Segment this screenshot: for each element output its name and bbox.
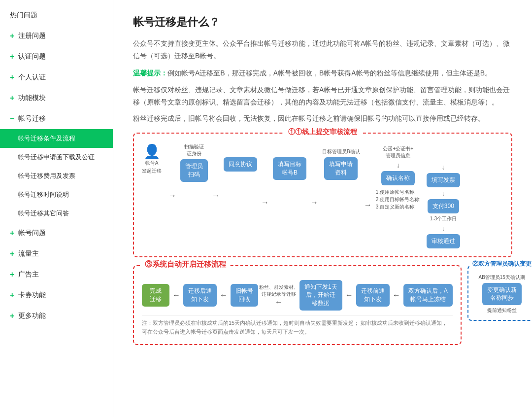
person-icon: 👤 — [143, 143, 161, 160]
plus-icon: + — [10, 52, 14, 61]
sidebar-item-label: 认证问题 — [18, 52, 46, 61]
arrow1: → — [166, 191, 178, 200]
sidebar-item-label: 功能模块 — [18, 94, 46, 103]
arrow2: → — [210, 191, 222, 200]
days-label: 1-3个工作日 — [430, 215, 457, 222]
sidebar-item-function-module[interactable]: + 功能模块 — [0, 88, 113, 108]
docs-label: 公函+公证书+管理员信息 — [383, 145, 413, 159]
arrow-down-4: ↓ — [441, 224, 445, 232]
arrow-down-2: ↓ — [441, 163, 445, 171]
arrow5: → — [362, 182, 374, 209]
arrow-b1: ← — [170, 291, 182, 300]
sidebar-item-advertiser[interactable]: + 广告主 — [0, 264, 113, 285]
sidebar-item-account-issue[interactable]: + 帐号问题 — [0, 223, 113, 243]
arrow-b4: ← — [343, 291, 355, 300]
plus-icon: + — [10, 249, 14, 258]
migrate-notify-issue-box: 迁移后通知下发 — [183, 284, 217, 307]
arrow-down-3: ↓ — [441, 189, 445, 197]
warning-text: 温馨提示：例如帐号A迁移至B，那迁移完成，A帐号被回收，B帐号获得A帐号的粉丝等… — [133, 67, 512, 79]
migrate-notify-down-box: 迁移前通知下发 — [356, 284, 390, 307]
page-title: 帐号迁移是什么？ — [133, 15, 512, 30]
sidebar-item-card[interactable]: + 卡券功能 — [0, 285, 113, 306]
arrow-b3: ← — [273, 298, 285, 307]
sub-item-label: 帐号迁移时间说明 — [18, 191, 69, 198]
sub-item-label: 帐号迁移申请函下载及公证 — [18, 153, 95, 161]
manager-scan-box: 管理员扫码 — [180, 159, 208, 182]
old-account-reclaim-box: 旧帐号回收 — [231, 284, 258, 307]
arrow4: → — [308, 184, 320, 207]
main-content: 帐号迁移是什么？ 公众号不支持直接变更主体。公众平台推出帐号迁移功能，通过此功能… — [113, 0, 532, 417]
sidebar-sub-item-migrate-other[interactable]: 帐号迁移其它问答 — [0, 204, 113, 223]
review-pass-box: 审核通过 — [427, 234, 460, 248]
sidebar-item-hot[interactable]: 热门问题 — [0, 5, 113, 26]
sidebar-sub-item-migrate-time[interactable]: 帐号迁移时间说明 — [0, 185, 113, 204]
sidebar-item-label: 帐号迁移 — [18, 114, 46, 123]
fill-invoice-box: 填写发票 — [427, 173, 460, 187]
fill-info-box: 填写申请资料 — [324, 157, 358, 180]
sidebar-item-traffic[interactable]: + 流量主 — [0, 243, 113, 264]
sub-item-label: 帐号迁移其它问答 — [18, 209, 69, 217]
target-confirm-label: 目标管理员B确认 — [322, 148, 360, 155]
both-confirm-box: 双方确认后，A帐号马上冻结 — [403, 284, 453, 307]
sidebar-sub-item-migrate-conditions[interactable]: 帐号迁移条件及流程 — [0, 129, 113, 148]
note-text: 注：双方管理员必须在审核成功后的15天内确认迁移通知，超时则自动失效需要重新发起… — [142, 315, 453, 336]
sidebar: 热门问题 + 注册问题 + 认证问题 + 个人认证 + 功能模块 − 帐号迁移 … — [0, 0, 113, 417]
complete-box: 完成迁移 — [142, 284, 169, 307]
sidebar-sub-item-migrate-fee[interactable]: 帐号迁移费用及发票 — [0, 167, 113, 185]
agree-box: 同意协议 — [224, 157, 257, 172]
plus-icon: + — [10, 73, 14, 82]
plus-icon: + — [10, 270, 14, 279]
arrow-down-1: ↓ — [397, 161, 400, 169]
arrow-b5: ← — [391, 291, 402, 300]
flow2-title: ②双方管理员确认变更 — [469, 260, 532, 268]
sidebar-sub-item-migrate-form[interactable]: 帐号迁移申请函下载及公证 — [0, 148, 113, 167]
top-flow-section: ①①线上提交审核流程 👤 帐号A 发起迁移 → 扫描验证证身份 管理员扫码 → — [133, 133, 512, 257]
sub-item-label: 帐号迁移条件及流程 — [18, 135, 75, 142]
name-options: 1.使用原帐号名称;2.使用目标帐号名称;3.自定义新的名称; — [376, 188, 421, 210]
confirm-name-box: 确认名称 — [381, 171, 415, 185]
sidebar-item-label: 卡券功能 — [18, 291, 46, 300]
initiate-label: 发起迁移 — [142, 168, 162, 174]
ab-label: AB管理员15天确认期 — [478, 274, 525, 281]
plus-icon: + — [10, 94, 14, 103]
change-confirm-box: 变更确认新名称同步 — [482, 283, 522, 306]
plus-icon: + — [10, 291, 14, 300]
sidebar-item-more[interactable]: + 更多功能 — [0, 306, 113, 326]
sidebar-item-label: 热门问题 — [10, 11, 37, 20]
body-text-1: 帐号迁移仅对粉丝、违规记录、文章素材及微信号做迁移，若A帐号已开通文章原创保护功… — [133, 84, 512, 108]
warning-label: 温馨提示： — [133, 69, 167, 77]
warning-body: 例如帐号A迁移至B，那迁移完成，A帐号被回收，B帐号获得A帐号的粉丝等信息继续使… — [167, 69, 492, 77]
flow3-title: ③系统自动开启迁移流程 — [142, 260, 229, 269]
sidebar-item-auth[interactable]: + 认证问题 — [0, 46, 113, 67]
plus-icon: + — [10, 32, 14, 40]
notify-issue-box: 通知下发1天后，开始迁移数据 — [299, 280, 342, 311]
sidebar-item-label: 流量主 — [18, 249, 39, 258]
minus-icon: − — [10, 114, 14, 123]
flow-diagram: ①①线上提交审核流程 👤 帐号A 发起迁移 → 扫描验证证身份 管理员扫码 → — [133, 133, 512, 345]
sidebar-item-label: 更多功能 — [18, 312, 46, 320]
fill-target-box: 填写目标帐号B — [273, 157, 306, 180]
pay300-box: 支付300 — [428, 199, 459, 213]
sidebar-item-personal-auth[interactable]: + 个人认证 — [0, 67, 113, 88]
intro-text: 公众号不支持直接变更主体。公众平台推出帐号迁移功能，通过此功能可将A帐号的粉丝、… — [133, 37, 512, 62]
sub-item-label: 帐号迁移费用及发票 — [18, 172, 75, 179]
sidebar-item-register[interactable]: + 注册问题 — [0, 26, 113, 46]
flow1-title: ①①线上提交审核流程 — [284, 127, 361, 137]
arrow3: → — [259, 184, 271, 207]
sidebar-item-account-migrate[interactable]: − 帐号迁移 — [0, 108, 113, 129]
plus-icon: + — [10, 312, 14, 320]
scan-label-above: 扫描验证证身份 — [184, 143, 204, 157]
plus-icon: + — [10, 229, 14, 238]
person-label: 帐号A — [145, 160, 159, 167]
group-migrate-label: 粉丝、群发素材、违规记录等迁移 — [259, 284, 299, 298]
sidebar-item-label: 个人认证 — [18, 73, 46, 82]
advance-notify-label: 提前通知粉丝 — [487, 307, 517, 314]
sidebar-item-label: 广告主 — [18, 270, 39, 279]
body-text-2: 粉丝迁移完成后，旧帐号将会回收，无法恢复，因此在帐号迁移之前请确保旧帐号的功能可… — [133, 112, 512, 125]
sidebar-item-label: 注册问题 — [18, 32, 46, 40]
sidebar-item-label: 帐号问题 — [18, 229, 46, 238]
right-confirm-section: ②双方管理员确认变更 AB管理员15天确认期 变更确认新名称同步 提前通知粉丝 — [467, 265, 532, 321]
flow1-title-text: ①线上提交审核流程 — [295, 128, 357, 136]
bottom-flow-section: ③系统自动开启迁移流程 完成迁移 ← 迁移后通知下发 ← 旧帐号回收 粉丝、群发… — [133, 265, 462, 346]
arrow-b2: ← — [218, 291, 230, 300]
